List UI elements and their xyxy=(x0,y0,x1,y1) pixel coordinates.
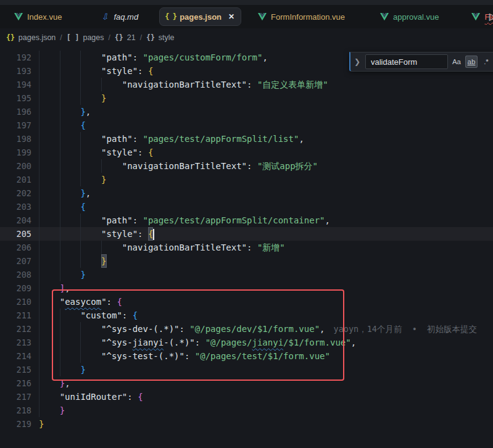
code-token: "style" xyxy=(101,227,138,241)
indent-guide xyxy=(60,105,81,118)
run-button-icon[interactable]: ▷ xyxy=(489,10,493,22)
indent-guide xyxy=(60,186,81,200)
code-token: : xyxy=(107,295,117,309)
editor-tab-bar: Index.vue ⇩ faq.md { } pages.json ✕ Form… xyxy=(0,5,493,28)
line-number: 213 xyxy=(0,336,39,349)
json-braces-icon: {} xyxy=(6,33,15,42)
code-line-210[interactable]: 210"easycom": { xyxy=(0,295,493,309)
code-token: : xyxy=(133,132,143,146)
tab-label: Index.vue xyxy=(27,12,62,22)
indent-guide xyxy=(39,105,60,118)
indent-guide xyxy=(80,214,101,227)
indent-guide xyxy=(101,78,122,91)
indent-guide xyxy=(60,214,81,227)
code-token: : xyxy=(247,159,257,173)
code-line-203[interactable]: 203{ xyxy=(0,200,493,214)
code-token: jianyi xyxy=(133,336,164,349)
line-number: 196 xyxy=(0,105,39,118)
code-editor[interactable]: 192"path": "pages/customForm/form",193"s… xyxy=(0,47,493,448)
code-line-212[interactable]: 212"^sys-dev-(.*)": "@/pages/dev/$1/form… xyxy=(0,322,493,336)
indent-guide xyxy=(39,404,60,417)
line-number: 195 xyxy=(0,91,39,105)
indent-guide xyxy=(39,118,60,132)
code-line-214[interactable]: 214"^sys-test-(.*)": "@/pages/test/$1/fo… xyxy=(0,349,493,363)
code-line-217[interactable]: 217"uniIdRouter": { xyxy=(0,390,493,404)
code-line-208[interactable]: 208} xyxy=(0,268,493,281)
indent-guide xyxy=(39,268,60,281)
tab-pages-json[interactable]: { } pages.json ✕ xyxy=(159,7,241,26)
code-line-200[interactable]: 200"navigationBarTitleText": "测试app拆分" xyxy=(0,159,493,173)
tab-faq-md[interactable]: ⇩ faq.md xyxy=(95,7,143,26)
code-line-194[interactable]: 194"navigationBarTitleText": "自定义表单新增" xyxy=(0,78,493,91)
code-token: } xyxy=(80,363,85,376)
code-token: "测试app拆分" xyxy=(257,159,318,173)
code-line-196[interactable]: 196}, xyxy=(0,105,493,118)
code-token: : xyxy=(138,64,148,78)
code-token: "自定义表单新增" xyxy=(257,78,328,91)
toggle-replace-icon[interactable]: ❯ xyxy=(354,57,363,66)
code-line-207[interactable]: 207} xyxy=(0,254,493,268)
indent-guide xyxy=(39,51,60,64)
close-icon[interactable]: ✕ xyxy=(228,12,234,21)
code-line-205[interactable]: 205"style": { xyxy=(0,227,493,241)
json-braces-icon: { } xyxy=(166,12,175,22)
indent-guide xyxy=(39,146,60,159)
indent-guide xyxy=(60,159,81,173)
code-line-204[interactable]: 204"path": "pages/test/appFormSplit/cont… xyxy=(0,214,493,227)
indent-guide xyxy=(60,132,81,146)
indent-guide xyxy=(39,78,60,91)
code-line-209[interactable]: 209], xyxy=(0,281,493,295)
vue-icon xyxy=(471,12,481,22)
code-line-206[interactable]: 206"navigationBarTitleText": "新增" xyxy=(0,241,493,254)
tab-index-vue[interactable]: Index.vue xyxy=(9,7,67,26)
code-token: : xyxy=(127,390,138,404)
indent-guide xyxy=(39,186,60,200)
code-token: "path" xyxy=(101,51,133,64)
code-line-195[interactable]: 195} xyxy=(0,91,493,105)
code-line-216[interactable]: 216}, xyxy=(0,376,493,390)
code-token: : xyxy=(195,336,205,349)
code-token: "@/pages/test/$1/form.vue" xyxy=(195,349,330,363)
code-line-202[interactable]: 202}, xyxy=(0,186,493,200)
regex-button[interactable]: .* xyxy=(480,56,492,68)
breadcrumb-separator: / xyxy=(109,33,110,42)
code-line-201[interactable]: 201} xyxy=(0,173,493,186)
code-line-215[interactable]: 215} xyxy=(0,363,493,376)
indent-guide xyxy=(60,363,81,376)
tab-forminformation-vue[interactable]: FormInformation.vue xyxy=(252,7,350,26)
line-number: 206 xyxy=(0,241,39,254)
breadcrumb-separator: / xyxy=(140,33,142,42)
find-input[interactable] xyxy=(365,54,448,69)
indent-guide xyxy=(39,254,60,268)
vscode-window: Index.vue ⇩ faq.md { } pages.json ✕ Form… xyxy=(0,0,493,448)
code-token: : xyxy=(133,51,143,64)
indent-guide xyxy=(60,91,81,105)
indent-guide xyxy=(60,349,81,363)
breadcrumb-file[interactable]: {} pages.json xyxy=(6,33,56,42)
code-line-219[interactable]: 219} xyxy=(0,417,493,431)
code-line-197[interactable]: 197{ xyxy=(0,118,493,132)
tab-label: FormInformation.vue xyxy=(271,12,345,22)
code-line-213[interactable]: 213"^sys-jianyi-(.*)": "@/pages/jianyi/$… xyxy=(0,336,493,349)
match-case-button[interactable]: Aa xyxy=(450,56,463,68)
breadcrumb-pages[interactable]: [ ] pages xyxy=(67,33,104,42)
code-token: "path" xyxy=(101,132,133,146)
code-line-198[interactable]: 198"path": "pages/test/appFormSplit/list… xyxy=(0,132,493,146)
code-line-218[interactable]: 218} xyxy=(0,404,493,417)
line-number: 208 xyxy=(0,268,39,281)
breadcrumb-style[interactable]: {} style xyxy=(146,33,175,42)
breadcrumb-21[interactable]: {} 21 xyxy=(115,33,136,42)
tab-approval-vue[interactable]: approval.vue xyxy=(375,7,444,26)
breadcrumb-label: pages xyxy=(83,33,104,42)
code-token: ] xyxy=(60,281,65,295)
code-line-211[interactable]: 211"custom": { xyxy=(0,309,493,322)
indent-guide xyxy=(60,78,81,91)
code-token: , xyxy=(320,322,325,336)
code-line-199[interactable]: 199"style": { xyxy=(0,146,493,159)
code-token: , xyxy=(86,105,91,118)
indent-guide xyxy=(60,309,81,322)
line-number: 201 xyxy=(0,173,39,186)
array-symbol-icon: [ ] xyxy=(67,33,80,42)
indent-guide xyxy=(39,336,60,349)
whole-word-button[interactable]: ab xyxy=(465,56,478,68)
